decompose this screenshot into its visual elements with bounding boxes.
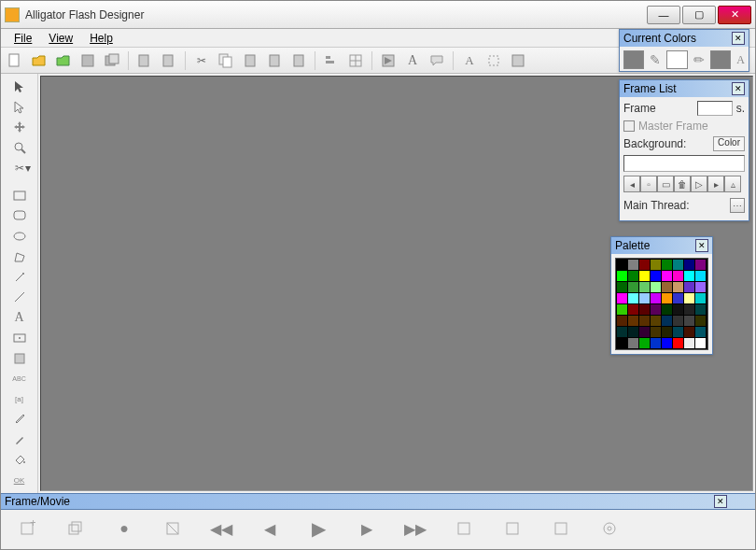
current-colors-header[interactable]: Current Colors ✕ <box>620 30 749 47</box>
timeline-header[interactable]: Frame/Movie ✕ <box>1 493 755 510</box>
color-button[interactable]: Color <box>713 136 745 151</box>
palette-color[interactable] <box>628 304 638 315</box>
palette-color[interactable] <box>684 338 694 348</box>
palette-color[interactable] <box>617 327 627 337</box>
palette-color[interactable] <box>651 260 661 270</box>
palette-color[interactable] <box>662 338 672 348</box>
loop-button[interactable] <box>453 517 475 540</box>
palette-color[interactable] <box>639 304 650 315</box>
grab-button[interactable] <box>508 50 528 71</box>
last-frame-button[interactable]: ▶▶ <box>404 517 427 540</box>
palette-color[interactable] <box>628 293 638 303</box>
frame-last-button[interactable]: ▸ <box>707 176 724 192</box>
dropdown-icon[interactable]: ▾ <box>25 162 33 175</box>
add-frame-button[interactable]: + <box>16 517 38 540</box>
new-button[interactable] <box>5 50 25 71</box>
close-icon[interactable]: ✕ <box>714 495 727 508</box>
line-tool[interactable] <box>9 288 30 306</box>
palette-color[interactable] <box>628 327 638 337</box>
palette-color[interactable] <box>651 293 661 303</box>
paintbucket-tool[interactable] <box>9 450 30 469</box>
frame-end-button[interactable]: ▵ <box>724 176 741 192</box>
palette-color[interactable] <box>617 282 627 292</box>
direct-select-tool[interactable] <box>9 98 30 117</box>
target-button[interactable] <box>598 517 621 540</box>
palette-color[interactable] <box>662 327 672 337</box>
rename-tool[interactable]: [a] <box>9 389 30 408</box>
text-tool[interactable]: A <box>9 308 30 327</box>
wand-tool[interactable] <box>9 268 30 287</box>
open-button[interactable] <box>29 50 49 71</box>
palette-color[interactable] <box>617 271 627 281</box>
menu-view[interactable]: View <box>41 30 80 47</box>
palette-color[interactable] <box>617 338 627 348</box>
abc-tool[interactable]: ABC <box>9 369 30 388</box>
menu-help[interactable]: Help <box>82 30 120 47</box>
palette-color[interactable] <box>651 327 661 337</box>
palette-color[interactable] <box>617 316 627 326</box>
palette-color[interactable] <box>695 282 706 292</box>
record-button[interactable]: ● <box>113 517 135 540</box>
palette-color[interactable] <box>662 293 672 303</box>
palette-color[interactable] <box>617 293 627 303</box>
export-button[interactable] <box>550 517 572 540</box>
frame-duration-input[interactable] <box>697 101 733 116</box>
text-color-swatch[interactable] <box>710 50 731 69</box>
sprite-tool[interactable] <box>9 349 30 368</box>
palette-color[interactable] <box>684 282 694 292</box>
thread-options-button[interactable]: ⋯ <box>730 198 745 213</box>
pointer-tool[interactable] <box>9 78 30 96</box>
add-layer-button[interactable] <box>64 517 87 540</box>
palette-color[interactable] <box>695 304 706 315</box>
palette-color[interactable] <box>617 260 627 270</box>
play-button[interactable]: ▶ <box>307 517 329 540</box>
menu-file[interactable]: File <box>7 30 39 47</box>
palette-color[interactable] <box>639 293 650 303</box>
frame-first-button[interactable]: ◂ <box>623 176 640 192</box>
pen-tool[interactable] <box>9 430 30 449</box>
polygon-tool[interactable] <box>9 247 30 266</box>
cut-frame-button[interactable] <box>161 517 184 540</box>
palette-color[interactable] <box>673 338 683 348</box>
palette-color[interactable] <box>673 260 683 270</box>
grid-button[interactable] <box>345 50 366 71</box>
palette-color[interactable] <box>639 260 650 270</box>
palette-color[interactable] <box>684 304 694 315</box>
rect-tool[interactable] <box>9 187 30 205</box>
paste-button[interactable] <box>240 50 260 71</box>
zoom-tool[interactable] <box>9 138 30 157</box>
palette-color[interactable] <box>684 260 694 270</box>
palette-color[interactable] <box>673 271 683 281</box>
palette-color[interactable] <box>695 260 706 270</box>
palette-color[interactable] <box>651 271 661 281</box>
frame-delete-button[interactable]: 🗑 <box>674 176 691 192</box>
text-button[interactable]: A <box>402 50 423 71</box>
publish-button[interactable] <box>159 50 179 71</box>
paste-special-button[interactable] <box>264 50 285 71</box>
palette-color[interactable] <box>662 271 672 281</box>
palette-color[interactable] <box>639 316 650 326</box>
button-tool[interactable] <box>9 329 30 347</box>
palette-color[interactable] <box>651 282 661 292</box>
preview-button[interactable] <box>378 50 399 71</box>
palette-color[interactable] <box>617 304 627 315</box>
palette-color[interactable] <box>695 338 706 348</box>
palette-color[interactable] <box>639 282 650 292</box>
palette-color[interactable] <box>639 271 650 281</box>
palette-color[interactable] <box>673 293 683 303</box>
comment-button[interactable] <box>427 50 447 71</box>
move-tool[interactable] <box>9 119 30 137</box>
saveas-button[interactable] <box>102 50 122 71</box>
palette-color[interactable] <box>684 327 694 337</box>
align-button[interactable] <box>321 50 342 71</box>
palette-color[interactable] <box>651 316 661 326</box>
save-button[interactable] <box>77 50 98 71</box>
palette-header[interactable]: Palette ✕ <box>611 237 712 254</box>
next-frame-button[interactable]: ▶ <box>356 517 378 540</box>
palette-color[interactable] <box>695 271 706 281</box>
frame-dup-button[interactable]: ▭ <box>657 176 674 192</box>
undo-button[interactable] <box>288 50 309 71</box>
open-project-button[interactable] <box>53 50 74 71</box>
palette-color[interactable] <box>695 293 706 303</box>
palette-color[interactable] <box>651 304 661 315</box>
